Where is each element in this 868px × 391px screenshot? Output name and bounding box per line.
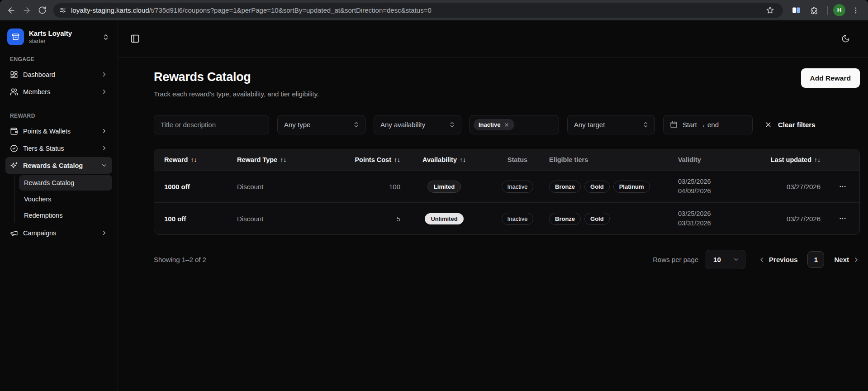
chevrons-up-down-icon bbox=[449, 121, 455, 128]
moon-icon bbox=[841, 34, 850, 43]
main-area: Rewards Catalog Track each reward's type… bbox=[118, 20, 868, 391]
close-icon bbox=[764, 121, 772, 129]
url-domain: loyalty-staging.karts.cloud bbox=[71, 6, 149, 14]
sidebar-section-reward: REWARD bbox=[10, 113, 108, 119]
page-header: Rewards Catalog Track each reward's type… bbox=[154, 70, 860, 98]
sidebar-item-dashboard[interactable]: Dashboard bbox=[5, 66, 112, 83]
status-badge: Inactive bbox=[502, 181, 534, 193]
chevron-right-icon bbox=[101, 229, 108, 236]
sidebar-item-members[interactable]: Members bbox=[5, 83, 112, 100]
date-range-value: Start → end bbox=[683, 121, 719, 129]
column-header-reward[interactable]: Reward↑↓ bbox=[164, 156, 237, 163]
chevron-right-icon bbox=[853, 256, 860, 263]
subnav-item-redemptions[interactable]: Redemptions bbox=[19, 208, 112, 223]
kebab-menu-icon bbox=[852, 6, 860, 14]
reload-icon bbox=[38, 6, 47, 14]
browser-chrome: loyalty-staging.karts.cloud/t/735d91l6/c… bbox=[0, 0, 868, 20]
sidebar-item-rewards-catalog-group[interactable]: Rewards & Catalog bbox=[5, 157, 112, 174]
availability-filter-select[interactable]: Any availability bbox=[374, 115, 461, 134]
eligible-tiers: Bronze Gold bbox=[547, 213, 678, 225]
column-header-reward-type[interactable]: Reward Type↑↓ bbox=[237, 156, 318, 163]
workspace-plan: starter bbox=[29, 38, 72, 45]
sidebar-item-campaigns[interactable]: Campaigns bbox=[5, 224, 112, 241]
target-filter-select[interactable]: Any target bbox=[567, 115, 655, 134]
sort-icon: ↑↓ bbox=[460, 156, 466, 163]
column-header-points-cost[interactable]: Points Cost↑↓ bbox=[318, 156, 400, 163]
page-number-button[interactable]: 1 bbox=[807, 251, 824, 268]
star-icon bbox=[766, 6, 774, 14]
reward-type: Discount bbox=[237, 215, 318, 223]
chevron-right-icon bbox=[101, 128, 108, 134]
validity-dates: 03/25/2026 04/09/2026 bbox=[678, 177, 732, 196]
add-reward-button[interactable]: Add Reward bbox=[801, 68, 860, 88]
status-filter-multiselect[interactable]: Inactive bbox=[470, 115, 559, 134]
dark-mode-toggle-button[interactable] bbox=[838, 31, 853, 47]
browser-toolbar-right: H bbox=[788, 3, 863, 18]
workspace-switcher[interactable]: Karts Loyalty starter bbox=[5, 27, 112, 47]
validity-start: 03/25/2026 bbox=[678, 209, 732, 219]
column-header-eligible-tiers: Eligible tiers bbox=[547, 156, 678, 163]
rows-per-page-value: 10 bbox=[713, 256, 721, 263]
tier-badge: Gold bbox=[584, 213, 610, 225]
browser-reload-button[interactable] bbox=[34, 3, 50, 18]
extensions-button[interactable] bbox=[806, 3, 822, 18]
sort-icon: ↑↓ bbox=[394, 156, 400, 163]
chevron-down-icon bbox=[733, 256, 740, 263]
previous-label: Previous bbox=[769, 256, 797, 263]
url-path: /t/735d91l6/coupons?page=1&perPage=10&so… bbox=[149, 6, 432, 14]
chevrons-up-down-icon bbox=[102, 33, 109, 41]
next-page-button[interactable]: Next bbox=[834, 256, 860, 263]
sidebar-item-tiers-status[interactable]: Tiers & Status bbox=[5, 140, 112, 157]
type-filter-select[interactable]: Any type bbox=[277, 115, 365, 134]
sort-icon: ↑↓ bbox=[814, 156, 821, 163]
profile-avatar[interactable]: H bbox=[833, 4, 845, 16]
rewards-subnav: Rewards Catalog Vouchers Redemptions bbox=[14, 175, 112, 223]
arrow-right-icon bbox=[22, 6, 31, 15]
points-cost: 5 bbox=[318, 215, 400, 223]
subnav-item-rewards-catalog[interactable]: Rewards Catalog bbox=[19, 175, 112, 191]
topbar bbox=[118, 20, 868, 57]
column-header-last-updated[interactable]: Last updated↑↓ bbox=[732, 156, 821, 163]
clear-filters-label: Clear filters bbox=[778, 121, 816, 129]
sort-icon: ↑↓ bbox=[190, 156, 197, 163]
url-bar[interactable]: loyalty-staging.karts.cloud/t/735d91l6/c… bbox=[53, 3, 783, 18]
url-text: loyalty-staging.karts.cloud/t/735d91l6/c… bbox=[71, 6, 762, 14]
subnav-item-vouchers[interactable]: Vouchers bbox=[19, 191, 112, 207]
search-input[interactable] bbox=[154, 115, 269, 134]
chevron-down-icon bbox=[101, 162, 108, 169]
browser-back-button[interactable] bbox=[4, 3, 19, 18]
status-chip-label: Inactive bbox=[479, 121, 500, 128]
tier-badge: Bronze bbox=[549, 181, 581, 193]
rows-per-page-select[interactable]: 10 bbox=[706, 250, 745, 269]
tier-badge: Bronze bbox=[549, 213, 581, 225]
browser-forward-button[interactable] bbox=[19, 3, 34, 18]
sidebar-item-points-wallets[interactable]: Points & Wallets bbox=[5, 123, 112, 139]
previous-page-button[interactable]: Previous bbox=[758, 256, 797, 263]
bookmark-star-button[interactable] bbox=[762, 3, 778, 18]
tier-badge: Gold bbox=[584, 181, 610, 193]
workspace-name: Karts Loyalty bbox=[29, 29, 72, 38]
puzzle-icon bbox=[810, 6, 819, 15]
availability-filter-value: Any availability bbox=[380, 121, 425, 129]
browser-menu-button[interactable] bbox=[848, 3, 863, 18]
sidebar-item-label: Campaigns bbox=[23, 229, 56, 237]
row-actions-button[interactable] bbox=[836, 212, 849, 225]
status-filter-chip[interactable]: Inactive bbox=[474, 119, 514, 130]
reward-name: 100 off bbox=[164, 215, 237, 223]
rows-per-page-label: Rows per page bbox=[653, 256, 698, 263]
clear-filters-button[interactable]: Clear filters bbox=[764, 121, 816, 129]
last-updated: 03/27/2026 bbox=[732, 183, 821, 191]
page-header-text: Rewards Catalog Track each reward's type… bbox=[154, 70, 319, 98]
column-header-availability[interactable]: Availability↑↓ bbox=[400, 156, 488, 163]
side-panel-button[interactable] bbox=[788, 3, 804, 18]
wallet-icon bbox=[10, 127, 18, 135]
remove-chip-icon[interactable] bbox=[504, 122, 509, 128]
side-panel-icon bbox=[792, 5, 801, 15]
row-actions-button[interactable] bbox=[836, 180, 849, 193]
sidebar-toggle-button[interactable] bbox=[127, 31, 142, 47]
archive-icon bbox=[11, 33, 20, 41]
filter-bar: Any type Any availability Inactive Any t… bbox=[154, 115, 860, 134]
date-range-picker[interactable]: Start → end bbox=[663, 115, 753, 134]
sidebar: Karts Loyalty starter ENGAGE Dashboard M… bbox=[0, 20, 118, 391]
content: Rewards Catalog Track each reward's type… bbox=[118, 57, 868, 269]
